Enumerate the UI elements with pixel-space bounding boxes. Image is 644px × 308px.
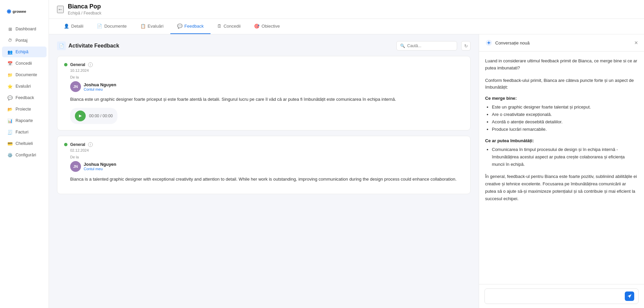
tab-evaluari[interactable]: 📋 Evaluări [134,19,170,34]
tab-concedii[interactable]: 🗓 Concedii [211,19,248,34]
list-item: Comunicarea în timpul procesului de desi… [492,146,638,168]
sidebar-item-cheltuieli[interactable]: 💳 Cheltuieli [2,138,47,149]
panel-title-row: 📄 Activitate Feedback [57,41,119,50]
entry-1-dot [64,63,67,66]
ai-section-imbunatatit-title: Ce ar putea îmbunătăți: [485,138,638,143]
entry-2-type: General [70,142,85,147]
entry-2-dot [64,143,67,146]
tab-documente[interactable]: 📄 Documente [90,19,133,34]
topbar: ← Bianca Pop Echipă / Feedback [49,0,644,19]
sidebar-item-echipa[interactable]: 👥 Echipă [2,47,47,57]
panel-header: 📄 Activitate Feedback 🔍 ↻ [57,41,471,51]
sidebar-item-pontaj[interactable]: ⏱ Pontaj [2,35,47,46]
ai-list-imbunatatit: Comunicarea în timpul procesului de desi… [485,146,638,168]
tab-feedback[interactable]: 💬 Feedback [170,19,211,34]
entry-2-date: 02.12.2024 [70,148,464,152]
sidebar-item-evaluari[interactable]: ⭐ Evaluări [2,81,47,92]
entry-1-user-info: Joshua Nguyen Contul meu [84,82,116,91]
panel-title: Activitate Feedback [68,43,119,49]
panel-doc-icon: 📄 [57,41,66,50]
audio-time: 00:00 / 00:00 [89,114,113,118]
sidebar-item-feedback[interactable]: 💬 Feedback [2,92,47,103]
refresh-button[interactable]: ↻ [461,41,471,51]
back-button[interactable]: ← [57,6,64,13]
search-icon: 🔍 [400,43,405,48]
entry-2-user-name: Joshua Nguyen [84,162,116,167]
clock-icon: ⏱ [7,38,13,43]
chart-icon: 📊 [7,118,13,123]
ai-chat-input[interactable] [489,294,622,299]
entry-1-type: General [70,62,85,67]
breadcrumb-current: Feedback [84,11,102,16]
documente-icon: 📄 [97,24,102,29]
entry-1-text: Bianca este un graphic designer foarte p… [70,96,464,103]
ai-conform-text: Conform feedback-ului primit, Bianca are… [485,77,638,91]
list-item: Produce lucrări remarcabile. [492,126,638,133]
gear-icon: ⚙️ [7,152,13,158]
ai-close-button[interactable]: × [634,40,638,46]
entry-1-date: 10.12.2024 [70,68,464,72]
ai-body: Luand in considerare ultimul feedback pr… [479,52,644,284]
search-bar[interactable]: 🔍 [396,41,457,51]
list-item: Acordă o atenție deosebită detaliilor. [492,118,638,126]
sidebar-item-facturi[interactable]: 🧾 Facturi [2,127,47,137]
tabs-bar: 👤 Detalii 📄 Documente 📋 Evaluări 💬 Feedb… [49,19,644,34]
entry-1-user-row: JN Joshua Nguyen Contul meu [70,81,464,92]
audio-player: ▶ 00:00 / 00:00 [70,108,117,124]
logo: growee [0,4,49,23]
ai-sparkle-icon [485,39,493,47]
main-content: ← Bianca Pop Echipă / Feedback 👤 Detalii… [49,0,644,308]
entry-1-info-icon[interactable]: i [88,62,93,67]
message-icon: 💬 [7,95,13,100]
feedback-entry-1: General i 10.12.2024 De la JN Joshua Ngu… [57,56,471,130]
wallet-icon: 💳 [7,141,13,146]
ai-panel: Conversație nouă × Luand in considerare … [479,34,644,308]
entry-2-header: General i [64,142,464,147]
sidebar-item-concedii[interactable]: 📅 Concedii [2,58,47,69]
ai-footer [479,284,644,308]
folder-icon: 📂 [7,106,13,112]
ai-input-row [484,288,639,304]
sidebar: growee ⊞ Dashboard ⏱ Pontaj 👥 Echipă 📅 C… [0,0,49,308]
play-button[interactable]: ▶ [75,111,86,121]
entry-2-info-icon[interactable]: i [88,142,93,147]
search-input[interactable] [407,43,451,48]
ai-summary-text: În general, feedback-ul pentru Bianca es… [485,173,638,203]
entry-2-user-info: Joshua Nguyen Contul meu [84,162,116,171]
svg-text:growee: growee [12,9,26,13]
feedback-list-panel: 📄 Activitate Feedback 🔍 ↻ General i [49,34,479,308]
users-icon: 👥 [7,49,13,55]
list-item: Este un graphic designer foarte talentat… [492,103,638,111]
ai-list-bine: Este un graphic designer foarte talentat… [485,103,638,133]
entry-2-user-subtitle[interactable]: Contul meu [84,167,116,171]
tab-detalii[interactable]: 👤 Detalii [57,19,90,34]
entry-1-user-name: Joshua Nguyen [84,82,116,87]
entry-2-from: De la [70,155,464,159]
file-icon: 📁 [7,72,13,78]
breadcrumb-sep: / [81,11,82,16]
sidebar-item-configurari[interactable]: ⚙️ Configurări [2,150,47,160]
tab-obiective[interactable]: 🎯 Obiective [247,19,286,34]
breadcrumb-team[interactable]: Echipă [68,11,80,16]
entry-1-user-subtitle[interactable]: Contul meu [84,87,116,91]
star-icon: ⭐ [7,84,13,89]
entry-1-from: De la [70,75,464,79]
ai-intro-text: Luand in considerare ultimul feedback pr… [485,58,638,72]
sidebar-item-rapoarte[interactable]: 📊 Rapoarte [2,115,47,126]
feedback-entry-2: General i 02.12.2024 De la JN Joshua Ngu… [57,136,471,194]
sidebar-item-dashboard[interactable]: ⊞ Dashboard [2,24,47,34]
sidebar-item-documente[interactable]: 📁 Documente [2,69,47,80]
page-title: Bianca Pop [68,3,101,10]
ai-header-left: Conversație nouă [485,39,530,47]
detalii-icon: 👤 [64,24,69,29]
concedii-icon: 🗓 [217,24,222,29]
breadcrumb: Echipă / Feedback [68,11,101,16]
ai-send-button[interactable] [625,291,634,301]
ai-header: Conversație nouă × [479,34,644,52]
grid-icon: ⊞ [7,26,13,32]
feedback-icon: 💬 [177,24,183,29]
receipt-icon: 🧾 [7,129,13,135]
sidebar-item-proiecte[interactable]: 📂 Proiecte [2,104,47,115]
obiective-icon: 🎯 [254,24,259,29]
evaluari-icon: 📋 [140,24,146,29]
